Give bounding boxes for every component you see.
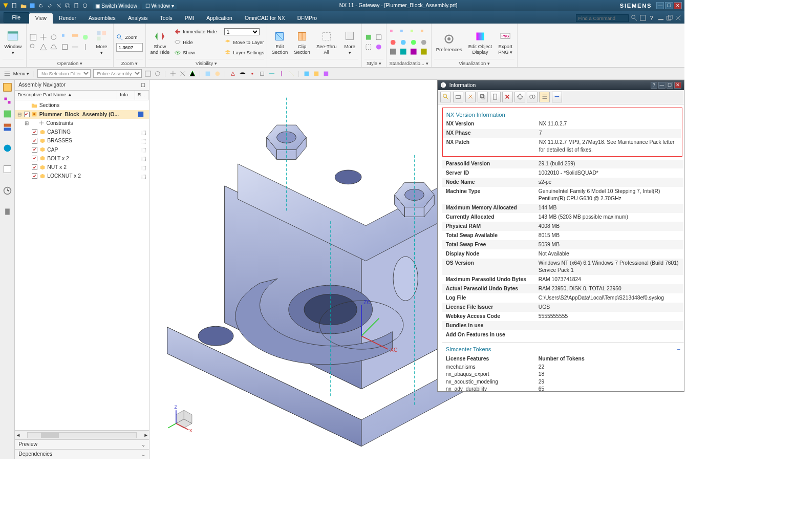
info-find-icon[interactable] <box>440 92 451 102</box>
window-menu-button[interactable]: ☐ Window ▾ <box>142 2 177 9</box>
info-paste-icon[interactable] <box>490 92 501 102</box>
style-shaded-icon[interactable] <box>364 33 373 41</box>
export-png-button[interactable]: PNGExport PNG ▾ <box>497 28 514 56</box>
visibility-combo[interactable]: 1 <box>224 28 260 35</box>
hd3d-tab[interactable] <box>3 143 12 153</box>
snap-b-icon[interactable] <box>179 70 186 77</box>
redo-icon[interactable] <box>47 3 53 9</box>
info-list-icon[interactable] <box>539 92 550 102</box>
pan-icon[interactable] <box>39 33 48 41</box>
sel-a-icon[interactable] <box>144 70 152 77</box>
tree-casting[interactable]: CASTING⬚ <box>15 127 149 136</box>
locknut-check[interactable] <box>32 173 37 179</box>
col-r[interactable]: R... <box>135 91 149 100</box>
op-c-icon[interactable] <box>81 33 90 41</box>
info-copy-icon[interactable] <box>478 92 488 102</box>
reuse-tab[interactable] <box>3 122 12 132</box>
snap-e-icon[interactable] <box>214 70 221 77</box>
snap-a-icon[interactable] <box>169 70 177 77</box>
tree-sections[interactable]: Sections <box>15 101 149 110</box>
show-hide-button[interactable]: Show and Hide <box>148 28 171 56</box>
tab-tools[interactable]: Tools <box>154 13 178 24</box>
open-icon[interactable] <box>20 3 27 9</box>
clip-section-button[interactable]: Clip Section <box>292 28 312 56</box>
snap-g-icon[interactable] <box>239 70 246 77</box>
touchmode-icon[interactable] <box>82 3 88 9</box>
switch-window-button[interactable]: ▣ Switch Window <box>93 2 140 9</box>
info-close-icon[interactable]: ✕ <box>674 82 681 89</box>
info-lock-icon[interactable] <box>527 92 538 102</box>
roles-tab[interactable] <box>3 207 12 217</box>
more-style-button[interactable]: More▾ <box>341 28 358 56</box>
seethru-button[interactable]: See-Thru All <box>315 28 338 56</box>
constraint-nav-tab[interactable] <box>3 96 12 105</box>
zoom-icon[interactable] <box>29 43 37 51</box>
std-6-icon[interactable] <box>399 38 407 47</box>
minimize-button[interactable]: — <box>656 2 664 9</box>
fullscreen-icon[interactable] <box>639 14 647 22</box>
tab-omnicad[interactable]: OmniCAD for NX <box>239 13 291 24</box>
tab-view[interactable]: View <box>29 13 53 24</box>
assembly-tree[interactable]: Sections ⊟ Plummer_Block_Assembly (O... … <box>15 100 149 431</box>
maximize-button[interactable]: ☐ <box>665 2 673 9</box>
edit-section-button[interactable]: Edit Section <box>270 28 289 56</box>
copy-icon[interactable] <box>65 3 71 9</box>
undo-icon[interactable] <box>38 3 44 9</box>
tree-nut[interactable]: NUT x 2⬚ <box>15 163 149 172</box>
window-button[interactable]: Window▾ <box>3 28 24 56</box>
simcenter-header[interactable]: Simcenter Tokens− <box>442 342 684 354</box>
info-min-icon[interactable]: — <box>658 82 666 89</box>
paste-icon[interactable] <box>73 3 79 9</box>
style-wire-icon[interactable] <box>375 33 383 41</box>
cap-check[interactable] <box>32 147 37 153</box>
info-max-icon[interactable]: ☐ <box>667 82 674 89</box>
tab-assemblies[interactable]: Assemblies <box>82 13 122 24</box>
std-7-icon[interactable] <box>410 38 418 47</box>
std-12-icon[interactable] <box>420 48 428 56</box>
snap-n-icon[interactable] <box>313 70 320 77</box>
snap-l-icon[interactable] <box>288 70 295 77</box>
info-target-icon[interactable] <box>514 92 525 102</box>
preview-collapser[interactable]: Preview⌄ <box>15 439 149 449</box>
minimize-ribbon-icon[interactable] <box>657 14 664 22</box>
op-d-icon[interactable] <box>61 43 69 51</box>
tab-analysis[interactable]: Analysis <box>122 13 154 24</box>
std-2-icon[interactable] <box>399 29 407 37</box>
selection-scope-combo[interactable]: Entire Assembly <box>93 69 142 78</box>
snap-f-icon[interactable] <box>229 70 237 77</box>
perspective-icon[interactable] <box>50 43 58 51</box>
find-command-input[interactable] <box>576 14 629 23</box>
snap-j-icon[interactable] <box>268 70 275 77</box>
move-to-layer-button[interactable]: Move to Layer <box>224 37 264 47</box>
tab-pmi[interactable]: PMI <box>179 13 201 24</box>
op-b-icon[interactable] <box>71 33 79 41</box>
menu-button[interactable]: Menu ▾ <box>13 71 29 76</box>
sel-b-icon[interactable] <box>154 70 161 77</box>
snap-k-icon[interactable] <box>278 70 285 77</box>
info-collapse-icon[interactable] <box>552 92 563 102</box>
assembly-nav-tab[interactable] <box>3 82 12 92</box>
snap-h-icon[interactable] <box>249 70 256 77</box>
tree-bolt[interactable]: BOLT x 2⬚ <box>15 154 149 163</box>
zoom-value-input[interactable] <box>116 43 143 52</box>
new-icon[interactable] <box>11 3 17 9</box>
tab-application[interactable]: Application <box>200 13 239 24</box>
std-9-icon[interactable] <box>389 48 397 56</box>
std-4-icon[interactable] <box>420 29 428 37</box>
graphics-viewport[interactable]: XC ZC X Z i Information ? — ☐ <box>149 80 684 459</box>
close-child-icon[interactable] <box>675 14 682 22</box>
op-a-icon[interactable] <box>61 33 69 41</box>
preferences-button[interactable]: Preferences <box>434 31 464 53</box>
layer-settings-button[interactable]: Layer Settings <box>224 48 264 57</box>
brasses-check[interactable] <box>32 138 37 143</box>
tree-locknut[interactable]: LOCKNUT x 2⬚ <box>15 172 149 180</box>
std-11-icon[interactable] <box>410 48 418 56</box>
nav-horizontal-scrollbar[interactable]: ◄ ► <box>15 430 149 439</box>
tab-dfmpro[interactable]: DFMPro <box>291 13 324 24</box>
browser-tab[interactable] <box>3 164 12 174</box>
tree-root[interactable]: ⊟ Plummer_Block_Assembly (O... <box>15 110 149 119</box>
tree-constraints[interactable]: ⊞ Constraints <box>15 119 149 127</box>
snap-d-icon[interactable] <box>204 70 211 77</box>
nut-check[interactable] <box>32 164 37 170</box>
style-hidden-icon[interactable] <box>364 43 373 51</box>
